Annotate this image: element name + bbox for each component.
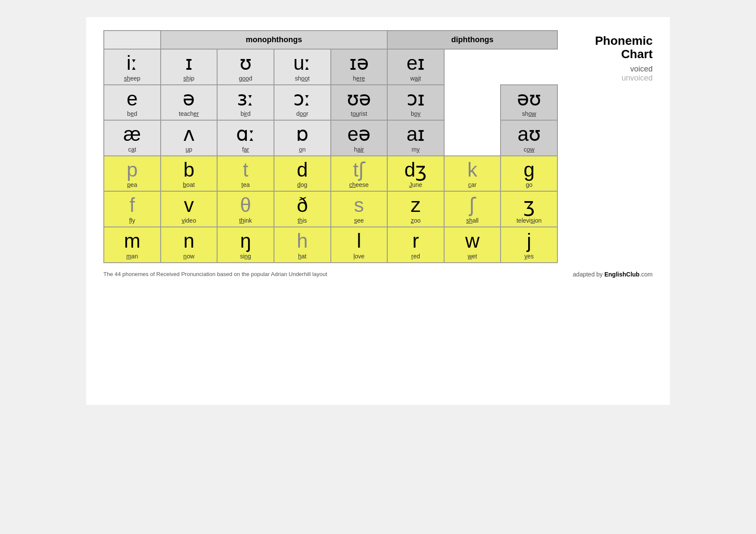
- phoneme-symbol: k: [446, 159, 499, 181]
- phoneme-symbol: aɪ: [389, 123, 442, 145]
- phoneme-cell: b boat: [161, 156, 218, 192]
- phoneme-cell: ʊə tourist: [331, 85, 388, 121]
- footer-credit: adapted by EnglishClub.com: [573, 271, 653, 278]
- phoneme-cell: f fly: [104, 191, 161, 227]
- phoneme-cell: ð this: [274, 191, 331, 227]
- phoneme-symbol: l: [333, 230, 386, 252]
- phoneme-word: door: [276, 110, 329, 117]
- phoneme-cell: s see: [331, 191, 388, 227]
- consonant-row-1: p pea b boat t tea d dog: [104, 156, 557, 192]
- phoneme-word: boat: [163, 181, 215, 188]
- phoneme-symbol: j: [503, 230, 555, 252]
- phoneme-cell: ʊ good: [217, 49, 274, 85]
- phoneme-cell: l love: [331, 227, 388, 263]
- phoneme-symbol: ʃ: [446, 194, 499, 216]
- phoneme-cell: eɪ wait: [387, 49, 444, 85]
- phoneme-word: here: [333, 75, 386, 82]
- credit-prefix: adapted by: [573, 271, 604, 278]
- phoneme-cell: ŋ sing: [217, 227, 274, 263]
- phoneme-cell: g go: [501, 156, 557, 192]
- monophthongs-header: monophthongs: [161, 31, 388, 49]
- phoneme-symbol: ɒ: [276, 123, 329, 145]
- phoneme-cell: z zoo: [387, 191, 444, 227]
- phoneme-symbol: p: [106, 159, 159, 181]
- phoneme-symbol: æ: [106, 123, 159, 145]
- credit-suffix: .com: [640, 271, 653, 278]
- phoneme-word: this: [276, 217, 329, 224]
- phoneme-symbol: dʒ: [389, 159, 442, 181]
- phoneme-symbol: ɪ: [163, 52, 215, 74]
- phoneme-cell: j yes: [501, 227, 557, 263]
- phoneme-word: now: [163, 253, 215, 260]
- diphthongs-header: diphthongs: [387, 31, 557, 49]
- phoneme-word: hair: [333, 146, 386, 153]
- phoneme-word: wait: [389, 75, 442, 82]
- phoneme-cell: w wet: [444, 227, 501, 263]
- phoneme-symbol: tʃ: [333, 159, 386, 181]
- phoneme-cell: t tea: [217, 156, 274, 192]
- phoneme-cell: h hat: [274, 227, 331, 263]
- phoneme-word: cheese: [333, 181, 386, 188]
- phoneme-cell: uː shoot: [274, 49, 331, 85]
- phoneme-symbol: n: [163, 230, 215, 252]
- footer: The 44 phonemes of Received Pronunciatio…: [103, 271, 653, 278]
- phoneme-word: far: [219, 146, 272, 153]
- phonemic-chart-table: monophthongs diphthongs iː sheep ɪ ship: [103, 30, 558, 263]
- phoneme-cell: e bed: [104, 85, 161, 121]
- phoneme-cell: ʃ shall: [444, 191, 501, 227]
- phoneme-cell: k car: [444, 156, 501, 192]
- footer-description: The 44 phonemes of Received Pronunciatio…: [103, 271, 327, 277]
- phoneme-word: shall: [446, 217, 499, 224]
- phoneme-word: television: [503, 217, 555, 224]
- phoneme-word: good: [219, 75, 272, 82]
- phoneme-symbol: eɪ: [389, 52, 442, 74]
- page: monophthongs diphthongs iː sheep ɪ ship: [86, 17, 670, 405]
- phoneme-word: my: [389, 146, 442, 153]
- phoneme-word: love: [333, 253, 386, 260]
- phoneme-symbol: ʌ: [163, 123, 215, 145]
- phoneme-cell: ʒ television: [501, 191, 557, 227]
- phoneme-word: sheep: [106, 75, 159, 82]
- phoneme-symbol: m: [106, 230, 159, 252]
- phoneme-cell: ɔɪ boy: [387, 85, 444, 121]
- phoneme-symbol: ɔː: [276, 88, 329, 110]
- phoneme-cell: ə teacher: [161, 85, 218, 121]
- phoneme-symbol: ɪə: [333, 52, 386, 74]
- phoneme-symbol: uː: [276, 52, 329, 74]
- phoneme-word: show: [503, 110, 555, 117]
- voiced-label: voiced: [566, 65, 653, 74]
- side-legend: PhonemicChart voiced unvoiced: [566, 30, 653, 83]
- header-row: monophthongs diphthongs: [104, 31, 557, 49]
- phoneme-word: yes: [503, 253, 555, 260]
- phoneme-symbol: ʒ: [503, 194, 555, 216]
- phoneme-symbol: əʊ: [503, 88, 555, 110]
- phoneme-word: bird: [219, 110, 272, 117]
- phoneme-symbol: r: [389, 230, 442, 252]
- phoneme-cell: θ think: [217, 191, 274, 227]
- phoneme-word: wet: [446, 253, 499, 260]
- phoneme-word: tourist: [333, 110, 386, 117]
- phoneme-word: dog: [276, 181, 329, 188]
- phoneme-symbol: t: [219, 159, 272, 181]
- corner-cell: [104, 31, 161, 49]
- phoneme-symbol: s: [333, 194, 386, 216]
- phoneme-word: see: [333, 217, 386, 224]
- phoneme-cell: ʌ up: [161, 120, 218, 156]
- chart-title: PhonemicChart: [566, 34, 653, 61]
- phoneme-symbol: ɜː: [219, 88, 272, 110]
- main-table: monophthongs diphthongs iː sheep ɪ ship: [103, 30, 558, 263]
- phoneme-cell: n now: [161, 227, 218, 263]
- phoneme-symbol: z: [389, 194, 442, 216]
- phoneme-symbol: b: [163, 159, 215, 181]
- phoneme-cell: eə hair: [331, 120, 388, 156]
- phoneme-word: on: [276, 146, 329, 153]
- phoneme-symbol: g: [503, 159, 555, 181]
- phoneme-word: video: [163, 217, 215, 224]
- phoneme-word: red: [389, 253, 442, 260]
- phoneme-cell: ɔː door: [274, 85, 331, 121]
- phoneme-cell: v video: [161, 191, 218, 227]
- phoneme-cell: d dog: [274, 156, 331, 192]
- phoneme-cell: æ cat: [104, 120, 161, 156]
- phoneme-symbol: ɔɪ: [389, 88, 442, 110]
- phoneme-symbol: f: [106, 194, 159, 216]
